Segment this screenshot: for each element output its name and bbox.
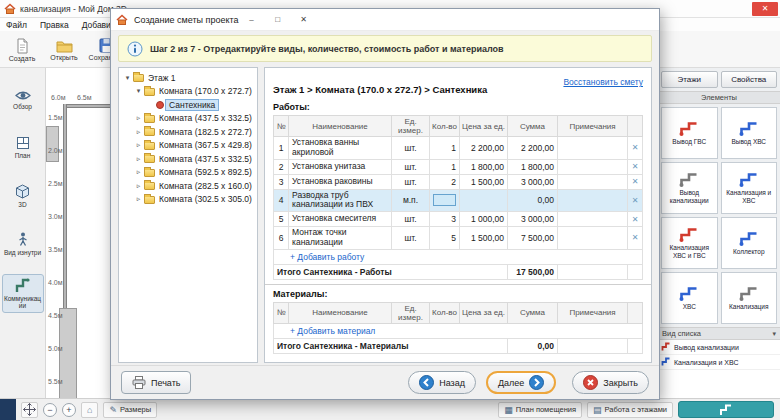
delete-row-button[interactable]: ✕ [628, 212, 643, 227]
tab-floors[interactable]: Этажи [661, 71, 718, 88]
work-qty-cell[interactable] [430, 189, 460, 212]
work-unit-cell[interactable]: шт. [392, 212, 430, 227]
work-unit-cell[interactable]: шт. [392, 227, 430, 250]
tree-node[interactable]: ▹Комната (302.5 x 305.0) [121, 193, 255, 207]
tree-node[interactable]: ▹Комната (367.5 x 429.8) [121, 139, 255, 153]
work-qty-cell[interactable]: 1 [430, 137, 460, 160]
expand-icon[interactable]: ▹ [134, 155, 143, 163]
add-work-link[interactable]: + Добавить работу [290, 252, 364, 262]
tab-properties[interactable]: Свойства [721, 71, 778, 88]
work-row[interactable]: 2Установка унитазашт.11 800,001 800,00✕ [274, 159, 643, 174]
home-button[interactable]: ⌂ [81, 402, 98, 418]
qty-input[interactable] [433, 194, 456, 206]
work-unit-cell[interactable]: шт. [392, 159, 430, 174]
work-name-cell[interactable]: Установка унитаза [289, 159, 392, 174]
work-qty-cell[interactable]: 2 [430, 174, 460, 189]
next-button[interactable]: Далее [486, 371, 556, 394]
sidebar-item-3d[interactable]: 3D [2, 178, 44, 214]
work-note-cell[interactable] [558, 174, 628, 189]
delete-row-button[interactable]: ✕ [628, 227, 643, 250]
sidebar-item-communications[interactable]: Коммуникации [2, 274, 44, 313]
tree-node[interactable]: ▹Комната (282.5 x 160.0) [121, 179, 255, 193]
element-item[interactable]: Вывод канализации [661, 162, 718, 214]
work-note-cell[interactable] [558, 159, 628, 174]
element-item[interactable]: Канализация ХВС и ГВС [661, 217, 718, 269]
window-close-button[interactable]: ✕ [752, 2, 778, 16]
element-item[interactable]: ХВС [661, 272, 718, 324]
dialog-maximize-button[interactable]: □ [265, 11, 291, 29]
element-item[interactable]: Канализация [721, 272, 778, 324]
expand-icon[interactable]: ▹ [134, 141, 143, 149]
new-project-button[interactable]: Создать [2, 33, 42, 66]
work-name-cell[interactable]: Монтаж точки канализации [289, 227, 392, 250]
element-item[interactable]: Коллектор [721, 217, 778, 269]
work-unit-cell[interactable]: шт. [392, 174, 430, 189]
tree-node[interactable]: ▹Комната (437.5 x 332.5) [121, 152, 255, 166]
room-plan-button[interactable]: ▦ План помещения [498, 402, 582, 418]
list-item[interactable]: Вывод канализации [658, 340, 780, 355]
work-name-cell[interactable]: Установка раковины [289, 174, 392, 189]
work-qty-cell[interactable]: 5 [430, 227, 460, 250]
menu-edit[interactable]: Правка [40, 20, 69, 30]
element-item[interactable]: Вывод ГВС [661, 107, 718, 159]
list-item[interactable]: Канализация и ХВС [658, 355, 780, 370]
tree-node[interactable]: Сантехника [121, 98, 255, 112]
work-name-cell[interactable]: Установка ванны акриловой [289, 137, 392, 160]
collapse-icon[interactable]: ▾ [134, 87, 143, 95]
work-note-cell[interactable] [558, 137, 628, 160]
tree-node[interactable]: ▹Комната (437.5 x 332.5) [121, 112, 255, 126]
delete-row-button[interactable]: ✕ [628, 159, 643, 174]
dimensions-button[interactable]: ✎ Размеры [103, 402, 157, 418]
work-row[interactable]: 4Разводка труб канализации из ПВХм.п.0,0… [274, 189, 643, 212]
work-price-cell[interactable] [460, 189, 508, 212]
dialog-minimize-button[interactable]: – [239, 11, 265, 29]
restore-estimate-link[interactable]: Восстановить смету [563, 77, 643, 87]
element-item[interactable]: Вывод ХВС [721, 107, 778, 159]
dialog-close-button[interactable]: ✕ [291, 11, 317, 29]
list-view-header[interactable]: Вид списка ▾ [658, 327, 780, 340]
collapse-icon[interactable]: ▾ [123, 74, 132, 82]
sidebar-item-plan[interactable]: План [2, 130, 44, 166]
back-button[interactable]: Назад [408, 371, 476, 394]
tree-node[interactable]: ▹Комната (182.5 x 272.7) [121, 125, 255, 139]
expand-icon[interactable]: ▹ [134, 182, 143, 190]
dialog-titlebar[interactable]: Создание сметы проекта – □ ✕ [111, 9, 659, 31]
delete-row-button[interactable]: ✕ [628, 189, 643, 212]
work-name-cell[interactable]: Установка смесителя [289, 212, 392, 227]
delete-row-button[interactable]: ✕ [628, 137, 643, 160]
work-qty-cell[interactable]: 1 [430, 159, 460, 174]
delete-row-button[interactable]: ✕ [628, 174, 643, 189]
zoom-in-button[interactable]: + [62, 403, 76, 417]
print-button[interactable]: Печать [121, 371, 191, 394]
work-note-cell[interactable] [558, 212, 628, 227]
tree-node[interactable]: ▾Комната (170.0 x 272.7) [121, 85, 255, 99]
work-price-cell[interactable]: 1 500,00 [460, 227, 508, 250]
element-item[interactable]: Канализация и ХВС [721, 162, 778, 214]
work-row[interactable]: 5Установка смесителяшт.31 000,003 000,00… [274, 212, 643, 227]
expand-icon[interactable]: ▹ [134, 195, 143, 203]
open-project-button[interactable]: Открыть [44, 33, 84, 66]
tree-node[interactable]: ▾Этаж 1 [121, 71, 255, 85]
work-price-cell[interactable]: 1 500,00 [460, 174, 508, 189]
communications-mode-button[interactable] [678, 401, 774, 418]
expand-icon[interactable]: ▹ [134, 128, 143, 136]
work-price-cell[interactable]: 1 000,00 [460, 212, 508, 227]
add-material-link[interactable]: + Добавить материал [290, 326, 375, 336]
sidebar-item-inside-view[interactable]: Вид изнутри [2, 226, 44, 262]
pan-tool-button[interactable] [21, 402, 38, 418]
tree-node[interactable]: ▹Комната (592.5 x 892.5) [121, 166, 255, 180]
work-row[interactable]: 1Установка ванны акриловойшт.12 200,002 … [274, 137, 643, 160]
menu-file[interactable]: Файл [6, 20, 27, 30]
work-note-cell[interactable] [558, 189, 628, 212]
work-price-cell[interactable]: 2 200,00 [460, 137, 508, 160]
work-price-cell[interactable]: 1 800,00 [460, 159, 508, 174]
work-unit-cell[interactable]: шт. [392, 137, 430, 160]
floors-work-button[interactable]: ▤ Работа с этажами [587, 402, 673, 418]
work-name-cell[interactable]: Разводка труб канализации из ПВХ [289, 189, 392, 212]
work-note-cell[interactable] [558, 227, 628, 250]
expand-icon[interactable]: ▹ [134, 168, 143, 176]
close-button[interactable]: Закрыть [572, 371, 649, 394]
work-row[interactable]: 3Установка раковинышт.21 500,003 000,00✕ [274, 174, 643, 189]
zoom-out-button[interactable]: − [43, 403, 57, 417]
expand-icon[interactable]: ▹ [134, 114, 143, 122]
